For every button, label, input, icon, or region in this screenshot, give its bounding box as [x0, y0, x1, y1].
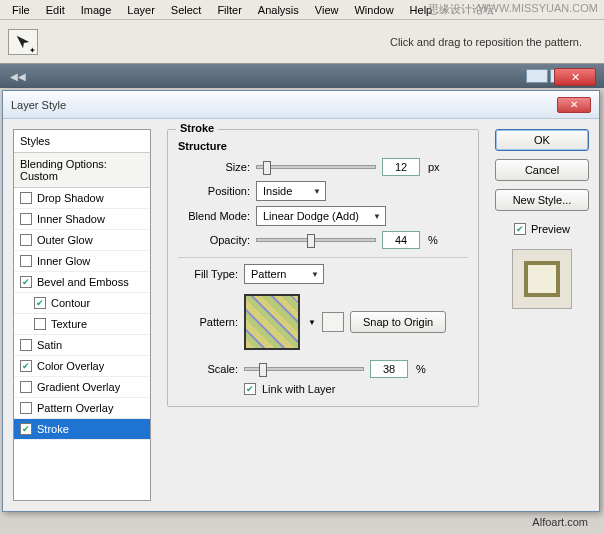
- style-item-inner-shadow[interactable]: Inner Shadow: [14, 209, 150, 230]
- menu-image[interactable]: Image: [73, 1, 120, 19]
- style-item-stroke[interactable]: ✔Stroke: [14, 419, 150, 440]
- preview-label: Preview: [531, 223, 570, 235]
- preview-checkbox[interactable]: ✔: [514, 223, 526, 235]
- checkbox[interactable]: ✔: [20, 360, 32, 372]
- dialog-close-icon[interactable]: ✕: [557, 97, 591, 113]
- dialog-titlebar: Layer Style ✕: [3, 91, 599, 119]
- style-item-label: Drop Shadow: [37, 192, 104, 204]
- menu-analysis[interactable]: Analysis: [250, 1, 307, 19]
- scale-input[interactable]: 38: [370, 360, 408, 378]
- checkbox[interactable]: [20, 339, 32, 351]
- style-item-label: Inner Shadow: [37, 213, 105, 225]
- layer-style-dialog: Layer Style ✕ Styles Blending Options: C…: [2, 90, 600, 512]
- filltype-label: Fill Type:: [178, 268, 238, 280]
- style-item-inner-glow[interactable]: Inner Glow: [14, 251, 150, 272]
- position-select[interactable]: Inside: [256, 181, 326, 201]
- style-item-label: Satin: [37, 339, 62, 351]
- style-item-label: Contour: [51, 297, 90, 309]
- blendmode-label: Blend Mode:: [178, 210, 250, 222]
- checkbox[interactable]: ✔: [20, 276, 32, 288]
- checkbox[interactable]: [20, 402, 32, 414]
- style-item-label: Gradient Overlay: [37, 381, 120, 393]
- cancel-button[interactable]: Cancel: [495, 159, 589, 181]
- move-tool-icon[interactable]: ✦: [8, 29, 38, 55]
- style-item-outer-glow[interactable]: Outer Glow: [14, 230, 150, 251]
- scale-slider[interactable]: [244, 367, 364, 371]
- style-item-label: Texture: [51, 318, 87, 330]
- style-item-label: Outer Glow: [37, 234, 93, 246]
- scale-unit: %: [416, 363, 426, 375]
- watermark-url: WWW.MISSYUAN.COM: [478, 2, 598, 14]
- style-item-label: Inner Glow: [37, 255, 90, 267]
- menu-filter[interactable]: Filter: [209, 1, 249, 19]
- style-item-contour[interactable]: ✔Contour: [14, 293, 150, 314]
- group-stroke-title: Stroke: [176, 122, 218, 134]
- opacity-slider[interactable]: [256, 238, 376, 242]
- menu-select[interactable]: Select: [163, 1, 210, 19]
- style-item-label: Bevel and Emboss: [37, 276, 129, 288]
- style-item-gradient-overlay[interactable]: Gradient Overlay: [14, 377, 150, 398]
- style-item-label: Color Overlay: [37, 360, 104, 372]
- link-checkbox[interactable]: ✔: [244, 383, 256, 395]
- credit-text: Alfoart.com: [532, 516, 588, 528]
- checkbox[interactable]: [20, 234, 32, 246]
- document-strip: ◀◀: [0, 64, 604, 88]
- opacity-label: Opacity:: [178, 234, 250, 246]
- options-hint: Click and drag to reposition the pattern…: [390, 36, 582, 48]
- style-item-color-overlay[interactable]: ✔Color Overlay: [14, 356, 150, 377]
- size-label: Size:: [178, 161, 250, 173]
- checkbox[interactable]: [34, 318, 46, 330]
- position-label: Position:: [178, 185, 250, 197]
- menu-edit[interactable]: Edit: [38, 1, 73, 19]
- checkbox[interactable]: [20, 381, 32, 393]
- pattern-label: Pattern:: [178, 316, 238, 328]
- blendmode-select[interactable]: Linear Dodge (Add): [256, 206, 386, 226]
- menu-view[interactable]: View: [307, 1, 347, 19]
- scale-label: Scale:: [178, 363, 238, 375]
- dialog-title: Layer Style: [11, 99, 66, 111]
- size-slider[interactable]: [256, 165, 376, 169]
- opacity-input[interactable]: 44: [382, 231, 420, 249]
- style-item-drop-shadow[interactable]: Drop Shadow: [14, 188, 150, 209]
- styles-header[interactable]: Styles: [14, 130, 150, 153]
- pattern-swatch[interactable]: [244, 294, 300, 350]
- menu-layer[interactable]: Layer: [119, 1, 163, 19]
- stroke-panel: Stroke Structure Size: 12 px Position: I…: [161, 129, 485, 501]
- new-preset-icon[interactable]: [322, 312, 344, 332]
- size-input[interactable]: 12: [382, 158, 420, 176]
- structure-subtitle: Structure: [178, 140, 468, 152]
- styles-list: Styles Blending Options: Custom Drop Sha…: [13, 129, 151, 501]
- menu-file[interactable]: File: [4, 1, 38, 19]
- min-button[interactable]: [526, 69, 548, 83]
- checkbox[interactable]: [20, 213, 32, 225]
- style-item-pattern-overlay[interactable]: Pattern Overlay: [14, 398, 150, 419]
- checkbox[interactable]: [20, 192, 32, 204]
- panel-collapse-icon[interactable]: ◀◀: [4, 71, 32, 82]
- style-item-label: Stroke: [37, 423, 69, 435]
- snap-to-origin-button[interactable]: Snap to Origin: [350, 311, 446, 333]
- opacity-unit: %: [428, 234, 438, 246]
- filltype-select[interactable]: Pattern: [244, 264, 324, 284]
- new-style-button[interactable]: New Style...: [495, 189, 589, 211]
- style-item-texture[interactable]: Texture: [14, 314, 150, 335]
- style-item-bevel-and-emboss[interactable]: ✔Bevel and Emboss: [14, 272, 150, 293]
- style-item-satin[interactable]: Satin: [14, 335, 150, 356]
- checkbox[interactable]: ✔: [20, 423, 32, 435]
- options-bar: ✦ Click and drag to reposition the patte…: [0, 20, 604, 64]
- link-label: Link with Layer: [262, 383, 335, 395]
- ok-button[interactable]: OK: [495, 129, 589, 151]
- checkbox[interactable]: ✔: [34, 297, 46, 309]
- app-close-icon[interactable]: ✕: [554, 68, 596, 86]
- size-unit: px: [428, 161, 440, 173]
- blending-options[interactable]: Blending Options: Custom: [14, 153, 150, 188]
- checkbox[interactable]: [20, 255, 32, 267]
- dialog-buttons: OK Cancel New Style... ✔ Preview: [495, 129, 589, 501]
- preview-swatch: [512, 249, 572, 309]
- style-item-label: Pattern Overlay: [37, 402, 113, 414]
- menu-window[interactable]: Window: [346, 1, 401, 19]
